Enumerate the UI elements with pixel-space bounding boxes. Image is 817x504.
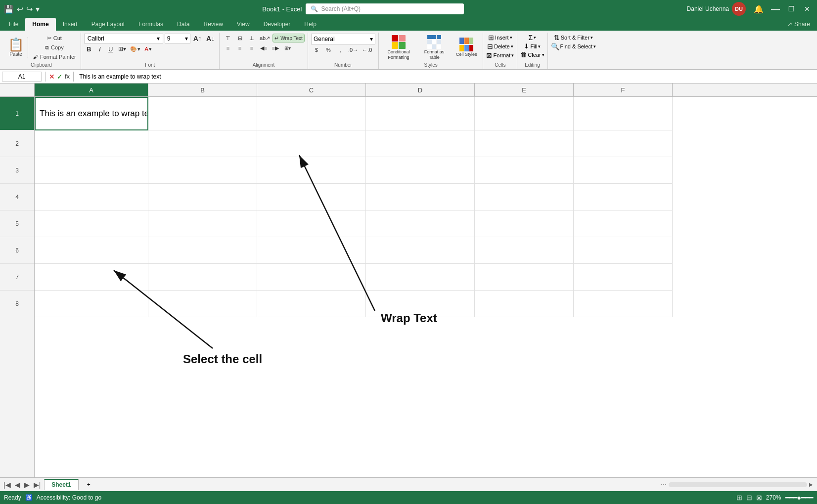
cell-c3[interactable] [257, 157, 366, 184]
copy-button[interactable]: ⧉ Copy [31, 43, 78, 52]
align-bottom-button[interactable]: ⊥ [246, 34, 257, 42]
cell-c8[interactable] [257, 291, 366, 317]
sort-filter-label[interactable]: Sort & Filter [561, 35, 590, 41]
clear-label[interactable]: Clear [528, 52, 541, 58]
align-center-button[interactable]: ≡ [234, 43, 245, 52]
tab-formulas[interactable]: Formulas [132, 18, 170, 31]
align-top-button[interactable]: ⊤ [223, 34, 233, 42]
tab-developer[interactable]: Developer [257, 18, 298, 31]
cell-a3[interactable] [35, 157, 148, 184]
row-num-2[interactable]: 2 [0, 130, 34, 157]
sheet-tab-sheet1[interactable]: Sheet1 [44, 479, 78, 490]
cell-d5[interactable] [366, 210, 475, 237]
find-select-dropdown-icon[interactable]: ▾ [593, 44, 596, 49]
cell-f4[interactable] [574, 184, 673, 210]
text-orientation-button[interactable]: ab↗ [258, 34, 272, 42]
formula-cancel-icon[interactable]: ✕ [49, 73, 55, 81]
tab-review[interactable]: Review [196, 18, 229, 31]
cut-button[interactable]: ✂ Cut [31, 34, 78, 42]
row-num-3[interactable]: 3 [0, 157, 34, 184]
cell-b8[interactable] [148, 291, 257, 317]
redo-button[interactable]: ↪ [26, 4, 33, 14]
cell-e1[interactable] [475, 97, 574, 130]
normal-view-icon[interactable]: ⊞ [736, 494, 742, 502]
sheet-nav-prev[interactable]: ◀ [13, 481, 22, 489]
tab-file[interactable]: File [2, 18, 25, 31]
save-button[interactable]: 💾 [4, 4, 14, 14]
sheet-nav-next[interactable]: ▶ [23, 481, 31, 489]
col-header-b[interactable]: B [148, 84, 257, 96]
insert-label[interactable]: Insert [495, 35, 509, 41]
cell-b6[interactable] [148, 237, 257, 264]
cell-f2[interactable] [574, 130, 673, 157]
cell-f3[interactable] [574, 157, 673, 184]
fill-label[interactable]: Fill [530, 43, 537, 49]
cell-b3[interactable] [148, 157, 257, 184]
row-num-4[interactable]: 4 [0, 184, 34, 210]
autosum-dropdown[interactable]: ▾ [534, 35, 536, 40]
format-painter-button[interactable]: 🖌 Format Painter [31, 52, 78, 61]
zoom-slider[interactable]: ━━━●━━━ [785, 494, 813, 502]
cell-d7[interactable] [366, 264, 475, 291]
ribbon-toggle-icon[interactable]: 🔔 [754, 4, 764, 14]
col-header-c[interactable]: C [257, 84, 366, 96]
cell-f5[interactable] [574, 210, 673, 237]
increase-decimal-button[interactable]: .0→ [347, 45, 360, 54]
cell-a2[interactable] [35, 130, 148, 157]
row-num-5[interactable]: 5 [0, 210, 34, 237]
cell-d1[interactable] [366, 97, 475, 130]
cell-d4[interactable] [366, 184, 475, 210]
page-break-icon[interactable]: ⊠ [756, 494, 762, 502]
decrease-font-button[interactable]: A↓ [205, 34, 216, 43]
clear-dropdown-icon[interactable]: ▾ [542, 52, 545, 57]
cell-c2[interactable] [257, 130, 366, 157]
fill-color-button[interactable]: 🎨 ▾ [129, 44, 142, 53]
sheet-nav-first[interactable]: |◀ [2, 481, 12, 489]
cell-e7[interactable] [475, 264, 574, 291]
col-header-a[interactable]: A [35, 84, 148, 96]
cell-d3[interactable] [366, 157, 475, 184]
sheet-options-icon[interactable]: ⋯ [661, 481, 667, 488]
merge-center-button[interactable]: ⊞▾ [282, 43, 293, 52]
cell-c1[interactable] [257, 97, 366, 130]
bold-button[interactable]: B [84, 44, 94, 53]
cell-c4[interactable] [257, 184, 366, 210]
cell-f1[interactable] [574, 97, 673, 130]
cell-e8[interactable] [475, 291, 574, 317]
indent-increase-button[interactable]: ≡▶ [270, 43, 281, 52]
fill-dropdown-icon[interactable]: ▾ [538, 44, 541, 49]
col-header-d[interactable]: D [366, 84, 475, 96]
conditional-formatting-button[interactable]: Conditional Formatting [382, 34, 415, 61]
align-middle-button[interactable]: ⊟ [234, 34, 245, 42]
cell-e2[interactable] [475, 130, 574, 157]
cell-b7[interactable] [148, 264, 257, 291]
paste-button[interactable]: 📋 Paste [5, 37, 28, 58]
row-num-6[interactable]: 6 [0, 237, 34, 264]
cell-b5[interactable] [148, 210, 257, 237]
share-button[interactable]: ↗ Share [782, 18, 815, 31]
cell-e5[interactable] [475, 210, 574, 237]
search-box[interactable]: 🔍 Search (Alt+Q) [306, 3, 464, 14]
col-header-f[interactable]: F [574, 84, 673, 96]
increase-font-button[interactable]: A↑ [192, 34, 203, 43]
cell-e6[interactable] [475, 237, 574, 264]
comma-button[interactable]: , [335, 45, 346, 54]
row-num-8[interactable]: 8 [0, 291, 34, 317]
align-left-button[interactable]: ≡ [223, 43, 233, 52]
cell-d6[interactable] [366, 237, 475, 264]
wrap-text-button[interactable]: ↵ Wrap Text [272, 34, 305, 42]
formula-input[interactable] [77, 72, 815, 81]
cell-b2[interactable] [148, 130, 257, 157]
name-box[interactable]: A1 [2, 72, 42, 82]
font-color-button[interactable]: A ▾ [143, 44, 154, 53]
horizontal-scrollbar[interactable] [669, 482, 807, 487]
cell-a4[interactable] [35, 184, 148, 210]
format-label[interactable]: Format [493, 52, 510, 58]
row-num-1[interactable]: 1 [0, 97, 34, 130]
font-size-selector[interactable]: 9 ▾ [165, 34, 190, 43]
cell-c6[interactable] [257, 237, 366, 264]
delete-dropdown-icon[interactable]: ▾ [511, 44, 513, 49]
cell-f8[interactable] [574, 291, 673, 317]
tab-view[interactable]: View [230, 18, 257, 31]
cell-a1[interactable]: This is an example to wrap text [35, 97, 148, 130]
